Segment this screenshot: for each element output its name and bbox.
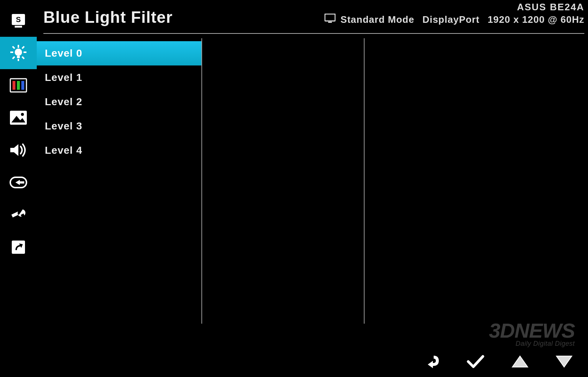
mode-label: Standard Mode bbox=[341, 14, 415, 25]
watermark-subtitle: Daily Digital Digest bbox=[489, 340, 575, 348]
svg-text:S: S bbox=[16, 15, 21, 24]
option-label: Level 1 bbox=[45, 72, 82, 83]
back-icon bbox=[423, 353, 440, 370]
sidebar-item-image[interactable] bbox=[0, 102, 37, 134]
option-label: Level 0 bbox=[45, 47, 82, 59]
mode-indicator: Standard Mode bbox=[325, 14, 415, 26]
monitor-icon bbox=[325, 14, 336, 26]
option-level-2[interactable]: Level 2 bbox=[37, 90, 201, 114]
option-level-1[interactable]: Level 1 bbox=[37, 65, 201, 90]
svg-point-19 bbox=[21, 113, 24, 116]
color-bars-icon bbox=[10, 77, 27, 93]
sidebar-item-input-select[interactable] bbox=[0, 166, 37, 199]
down-icon bbox=[555, 355, 573, 369]
svg-rect-1 bbox=[15, 26, 22, 28]
sidebar-item-system-setup[interactable] bbox=[0, 199, 37, 231]
svg-marker-20 bbox=[10, 144, 18, 156]
svg-rect-26 bbox=[328, 22, 332, 23]
up-icon bbox=[511, 355, 529, 369]
sidebar: S bbox=[0, 0, 37, 324]
option-label: Level 3 bbox=[45, 120, 82, 132]
svg-marker-27 bbox=[512, 356, 528, 367]
option-list: Level 0 Level 1 Level 2 Level 3 Level 4 bbox=[37, 41, 201, 163]
svg-rect-9 bbox=[12, 46, 15, 49]
column-divider bbox=[364, 38, 365, 324]
back-button[interactable] bbox=[423, 353, 440, 370]
shortcut-icon bbox=[10, 239, 26, 255]
svg-rect-5 bbox=[18, 45, 19, 48]
option-level-3[interactable]: Level 3 bbox=[37, 114, 201, 138]
svg-rect-12 bbox=[22, 56, 25, 59]
sidebar-item-color[interactable] bbox=[0, 69, 37, 102]
svg-rect-4 bbox=[17, 56, 20, 58]
sidebar-item-splendid[interactable]: S bbox=[0, 4, 37, 37]
svg-rect-24 bbox=[12, 241, 25, 254]
svg-marker-28 bbox=[556, 356, 572, 367]
header: Blue Light Filter ASUS BE24A Standard Mo… bbox=[43, 0, 584, 34]
input-label: DisplayPort bbox=[422, 14, 480, 25]
watermark: 3DNEWS Daily Digital Digest bbox=[489, 321, 575, 348]
bulb-icon bbox=[8, 43, 29, 63]
model-label: ASUS BE24A bbox=[325, 1, 584, 13]
down-button[interactable] bbox=[555, 355, 573, 369]
svg-rect-17 bbox=[10, 111, 27, 125]
option-label: Level 2 bbox=[45, 96, 82, 108]
wrench-icon bbox=[10, 206, 27, 224]
svg-rect-6 bbox=[18, 59, 19, 61]
sidebar-item-blue-light[interactable] bbox=[0, 37, 37, 69]
svg-rect-10 bbox=[22, 46, 25, 49]
main-panel: Level 0 Level 1 Level 2 Level 3 Level 4 bbox=[37, 35, 584, 324]
option-level-0[interactable]: Level 0 bbox=[37, 41, 201, 65]
option-label: Level 4 bbox=[45, 145, 82, 156]
svg-rect-23 bbox=[19, 181, 24, 184]
sidebar-item-shortcut[interactable] bbox=[0, 231, 37, 263]
option-level-4[interactable]: Level 4 bbox=[37, 138, 201, 163]
image-icon bbox=[9, 110, 28, 125]
svg-rect-14 bbox=[12, 81, 15, 90]
input-icon bbox=[9, 175, 28, 190]
check-icon bbox=[466, 354, 485, 369]
sidebar-item-sound[interactable] bbox=[0, 134, 37, 166]
splendid-icon: S bbox=[10, 12, 27, 29]
svg-rect-16 bbox=[21, 81, 24, 90]
svg-rect-7 bbox=[10, 51, 13, 53]
svg-rect-25 bbox=[325, 14, 335, 21]
column-divider bbox=[201, 38, 202, 324]
svg-rect-8 bbox=[24, 51, 26, 53]
svg-rect-11 bbox=[12, 56, 15, 59]
speaker-icon bbox=[9, 142, 28, 158]
status-cluster: ASUS BE24A Standard Mode DisplayPort 192… bbox=[325, 1, 584, 26]
up-button[interactable] bbox=[511, 355, 529, 369]
svg-point-3 bbox=[15, 49, 22, 56]
svg-rect-15 bbox=[17, 81, 20, 90]
watermark-title: 3DNEWS bbox=[489, 321, 575, 340]
confirm-button[interactable] bbox=[466, 354, 485, 369]
resolution-label: 1920 x 1200 @ 60Hz bbox=[488, 14, 584, 25]
page-title: Blue Light Filter bbox=[43, 8, 173, 26]
footer-nav bbox=[423, 353, 573, 370]
